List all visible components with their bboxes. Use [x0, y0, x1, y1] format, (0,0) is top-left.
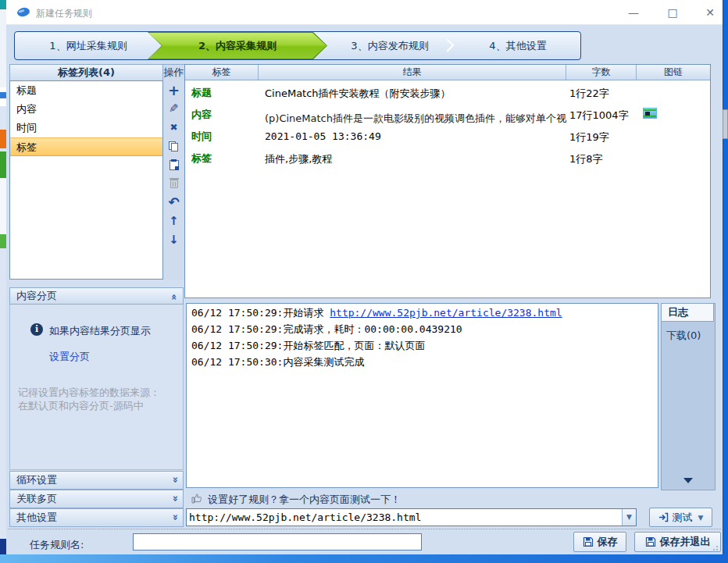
trash-icon[interactable] — [163, 174, 184, 193]
column-header-result[interactable]: 结果 — [259, 65, 566, 80]
log-url-link[interactable]: http://www.52pjb.net/article/3238.html — [330, 307, 562, 319]
pagination-panel-title: 内容分页 — [16, 289, 57, 303]
move-up-icon[interactable]: ↑ — [163, 212, 184, 230]
tag-item-time[interactable]: 时间 — [10, 119, 162, 137]
panel-title: 关联多页 — [16, 492, 57, 506]
column-header-imagelink[interactable]: 图链 — [637, 65, 710, 80]
background-window-scrollbar — [723, 109, 728, 139]
side-panel: 日志 下载(0) — [661, 303, 716, 490]
edit-icon[interactable]: ✎ — [163, 99, 184, 118]
log-output[interactable]: 06/12 17:50:29:开始请求 http://www.52pjb.net… — [186, 303, 658, 488]
save-button[interactable]: 保存 — [573, 532, 626, 552]
panel-loop-settings[interactable]: 循环设置 « — [9, 471, 184, 490]
tag-item-content[interactable]: 内容 — [10, 100, 162, 119]
panel-linked-pages[interactable]: 关联多页 « — [9, 490, 184, 508]
info-icon: i — [30, 323, 43, 336]
result-table-header: 标签 结果 字数 图链 — [185, 65, 710, 80]
panel-other-settings[interactable]: 其他设置 « — [9, 508, 184, 527]
test-url-input[interactable] — [189, 510, 619, 525]
delete-icon[interactable]: ✖ — [163, 118, 184, 137]
move-down-icon[interactable]: ↓ — [163, 230, 184, 249]
image-link-icon[interactable] — [643, 108, 657, 119]
column-header-tag[interactable]: 标签 — [185, 65, 259, 80]
row-tag: 内容 — [191, 108, 212, 122]
collapse-down-icon[interactable]: « — [172, 512, 177, 524]
save-button-label: 保存 — [598, 535, 618, 549]
operations-header: 操作 — [163, 65, 184, 80]
collapse-down-icon[interactable]: « — [172, 494, 177, 505]
log-line: 06/12 17:50:30:内容采集测试完成 — [191, 355, 658, 369]
rule-name-input[interactable] — [133, 533, 422, 551]
save-icon — [583, 536, 594, 547]
maximize-button[interactable]: □ — [659, 3, 686, 22]
tab-content-rules[interactable]: 2、内容采集规则 — [148, 32, 327, 59]
desktop-background — [723, 0, 728, 563]
save-exit-button[interactable]: 保存并退出 — [634, 532, 721, 552]
table-row[interactable]: 标签 插件,步骤,教程 1行8字 — [185, 148, 710, 169]
tag-list-header: 标签列表(4) — [9, 64, 163, 81]
row-result: (p)CineMatch插件是一款电影级别的视频调色插件，能够对单个视 — [265, 112, 568, 124]
url-dropdown-icon[interactable]: ▼ — [622, 509, 636, 526]
resize-grip[interactable] — [712, 545, 719, 551]
row-result: 插件,步骤,教程 — [265, 152, 568, 168]
pagination-info-text: 如果内容结果分页显示 — [49, 324, 151, 338]
scroll-down-icon[interactable] — [683, 478, 693, 483]
rule-name-label: 任务规则名: — [30, 538, 84, 552]
tab-download[interactable]: 下载(0) — [666, 329, 701, 343]
table-row[interactable]: 标题 CineMatch插件安装教程（附安装步骤） 1行22字 — [185, 82, 710, 104]
table-row[interactable]: 时间 2021-01-05 13:36:49 1行19字 — [185, 126, 710, 148]
collapse-up-icon[interactable]: « — [172, 290, 177, 302]
pagination-hint: 记得设置内容标签的数据来源： 在默认页和内容分页-源码中 — [18, 386, 160, 412]
tag-item-title[interactable]: 标题 — [10, 81, 162, 100]
tab-other-settings[interactable]: 4、其他设置 — [454, 32, 581, 59]
tag-item-tags[interactable]: 标签 — [10, 137, 162, 156]
row-count: 1行19字 — [569, 130, 609, 144]
log-line: 06/12 17:50:29:开始标签匹配，页面：默认页面 — [191, 339, 658, 353]
test-button[interactable]: 测试 ▼ — [649, 508, 712, 527]
pagination-panel-header[interactable]: 内容分页 « — [9, 287, 184, 305]
tag-list: 标题 内容 时间 标签 — [9, 80, 163, 280]
tab-publish-rules[interactable]: 3、内容发布规则 — [326, 32, 454, 59]
window-title: 新建任务规则 — [36, 7, 92, 20]
title-bar — [6, 0, 723, 25]
test-button-label: 测试 — [673, 511, 693, 525]
save-exit-button-label: 保存并退出 — [660, 535, 711, 549]
collapse-down-icon[interactable]: « — [172, 475, 177, 486]
test-dropdown-icon[interactable]: ▼ — [698, 514, 704, 522]
row-tag: 标签 — [191, 151, 212, 166]
result-table: 标签 结果 字数 图链 标题 CineMatch插件安装教程（附安装步骤） 1行… — [184, 64, 711, 298]
panel-title: 循环设置 — [16, 473, 57, 487]
screen: 新建任务规则 — □ ✕ 1、网址采集规则 2、内容采集规则 3、内容发布规则 … — [0, 0, 728, 563]
column-header-count[interactable]: 字数 — [566, 65, 637, 80]
row-tag: 时间 — [191, 130, 212, 144]
save-icon — [645, 536, 656, 547]
close-button[interactable]: ✕ — [697, 3, 723, 22]
tab-url-rules[interactable]: 1、网址采集规则 — [15, 32, 162, 59]
tab-content-rules-label: 2、内容采集规则 — [148, 33, 327, 59]
background-window-edge — [0, 0, 6, 554]
row-tag: 标题 — [191, 86, 212, 100]
table-row[interactable]: 内容 (p)CineMatch插件是一款电影级别的视频调色插件，能够对单个视 1… — [185, 104, 710, 126]
operations-column: 操作 + ✎ ✖ ↶ ↑ ↓ — [163, 64, 184, 280]
pagination-panel-body: i 如果内容结果分页显示 设置分页 记得设置内容标签的数据来源： 在默认页和内容… — [9, 305, 184, 470]
tab-log[interactable]: 日志 — [661, 303, 714, 322]
row-count: 1行8字 — [569, 152, 603, 166]
wizard-tabstrip: 1、网址采集规则 2、内容采集规则 3、内容发布规则 4、其他设置 — [14, 31, 581, 60]
test-prompt: 设置好了规则？拿一个内容页面测试一下！ — [208, 493, 401, 507]
copy-icon[interactable] — [163, 137, 184, 155]
set-pagination-link[interactable]: 设置分页 — [49, 350, 90, 364]
log-line: 06/12 17:50:29:完成请求，耗时：00:00:00.0439210 — [191, 322, 658, 337]
run-arrow-icon — [658, 512, 669, 522]
minimize-button[interactable]: — — [620, 3, 647, 22]
row-result: 2021-01-05 13:36:49 — [265, 130, 568, 146]
row-count: 17行1004字 — [569, 109, 629, 123]
log-line: 06/12 17:50:29:开始请求 http://www.52pjb.net… — [191, 306, 658, 320]
paste-icon[interactable] — [163, 155, 184, 174]
test-url-combobox: ▼ — [186, 508, 637, 526]
thumbs-up-icon — [191, 492, 203, 504]
add-icon[interactable]: + — [163, 80, 184, 99]
row-count: 1行22字 — [569, 87, 609, 101]
panel-title: 其他设置 — [16, 511, 57, 525]
undo-icon[interactable]: ↶ — [163, 193, 184, 212]
taskbar-strip — [0, 554, 728, 563]
